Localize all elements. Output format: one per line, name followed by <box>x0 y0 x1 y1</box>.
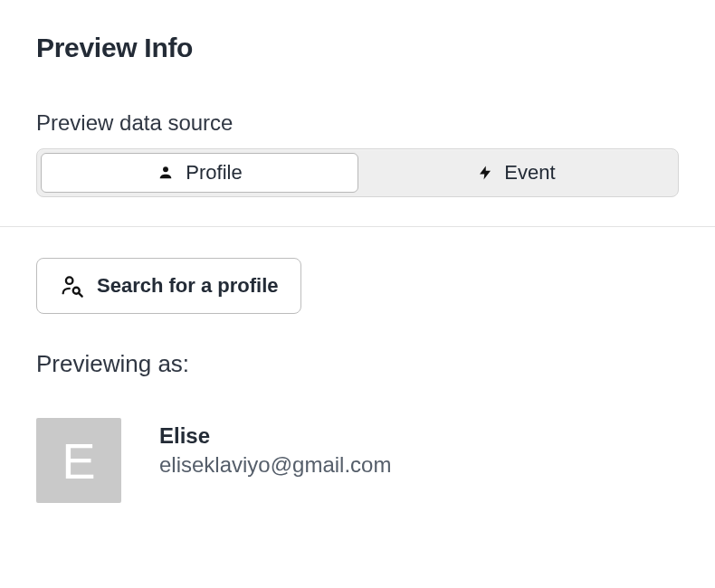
svg-point-0 <box>163 166 168 172</box>
page-title: Preview Info <box>36 33 679 63</box>
profile-email: eliseklaviyo@gmail.com <box>159 452 391 478</box>
search-profile-button-label: Search for a profile <box>97 274 279 298</box>
segment-profile-label: Profile <box>186 161 242 185</box>
person-search-icon <box>59 273 84 299</box>
avatar: E <box>36 418 121 503</box>
previewing-as-label: Previewing as: <box>36 350 679 378</box>
svg-point-1 <box>66 277 72 283</box>
segment-event-label: Event <box>504 161 555 185</box>
segment-event[interactable]: Event <box>358 153 674 193</box>
profile-name: Elise <box>159 423 391 449</box>
preview-profile: E Elise eliseklaviyo@gmail.com <box>36 418 679 503</box>
person-icon <box>157 164 175 182</box>
data-source-segmented-control: Profile Event <box>36 148 679 197</box>
segment-profile[interactable]: Profile <box>41 153 358 193</box>
data-source-label: Preview data source <box>36 110 679 136</box>
lightning-icon <box>477 163 493 183</box>
svg-line-3 <box>79 293 82 297</box>
search-profile-button[interactable]: Search for a profile <box>36 258 301 314</box>
